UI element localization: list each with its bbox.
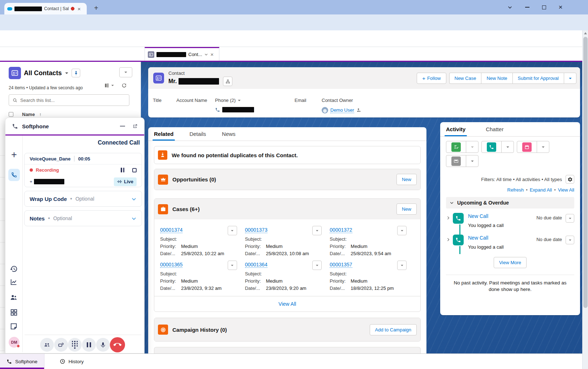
tab-chatter[interactable]: Chatter xyxy=(486,122,503,136)
call-history-icon[interactable] xyxy=(10,265,18,274)
list-view-title[interactable]: All Contacts xyxy=(24,69,62,77)
expand-chevron-icon[interactable] xyxy=(446,216,450,230)
pause-recording-icon[interactable] xyxy=(121,168,124,172)
scrollbar-up-icon[interactable] xyxy=(584,32,587,34)
view-more-button[interactable]: View More xyxy=(494,257,527,268)
case-row-actions-icon[interactable] xyxy=(397,226,407,235)
transfer-icon[interactable] xyxy=(54,338,68,352)
record-tab-dropdown-icon[interactable] xyxy=(204,52,208,56)
case-row-actions-icon[interactable] xyxy=(397,261,407,270)
activity-view-all-link[interactable]: View All xyxy=(558,187,574,193)
tab-search-icon[interactable] xyxy=(505,3,515,12)
end-call-icon[interactable] xyxy=(110,337,125,352)
owner-link[interactable]: Demo User xyxy=(330,107,354,113)
follow-button[interactable]: + Follow xyxy=(417,73,446,84)
new-call-plus-icon[interactable]: + xyxy=(5,149,23,160)
opportunities-title[interactable]: Opportunities (0) xyxy=(172,176,392,183)
log-call-button[interactable] xyxy=(481,141,514,153)
case-row-actions-icon[interactable] xyxy=(228,226,237,235)
add-to-campaign-button[interactable]: Add to Campaign xyxy=(370,324,417,335)
new-task-button[interactable] xyxy=(446,141,478,153)
apps-grid-icon[interactable] xyxy=(10,308,18,317)
cases-new-button[interactable]: New xyxy=(396,203,417,215)
list-actions-dropdown[interactable] xyxy=(119,67,132,77)
case-number-link[interactable]: 00001365 xyxy=(160,262,183,268)
notes-pad-icon[interactable] xyxy=(10,322,18,331)
display-as-icon[interactable] xyxy=(104,83,114,88)
change-owner-icon[interactable] xyxy=(356,108,361,113)
task-dropdown-icon[interactable] xyxy=(466,141,478,153)
refresh-link[interactable]: Refresh xyxy=(507,187,524,193)
cases-view-all-link[interactable]: View All xyxy=(279,301,296,307)
dialpad-icon[interactable] xyxy=(68,338,82,352)
case-number-link[interactable]: 00001374 xyxy=(160,227,183,233)
agent-avatar[interactable]: DM xyxy=(9,337,20,348)
scrollbar-thumb[interactable] xyxy=(583,37,588,308)
email-button[interactable] xyxy=(446,155,478,167)
active-call-tab-icon[interactable] xyxy=(8,169,20,181)
timeline-item-title[interactable]: New Call xyxy=(468,235,488,241)
conference-icon[interactable] xyxy=(40,338,54,352)
tab-related[interactable]: Related xyxy=(154,127,173,141)
upcoming-overdue-header[interactable]: Upcoming & Overdue xyxy=(446,197,574,209)
list-search[interactable] xyxy=(9,94,129,106)
timeline-item-actions-icon[interactable] xyxy=(566,236,574,244)
record-tab-close-icon[interactable]: × xyxy=(210,51,214,57)
email-dropdown-icon[interactable] xyxy=(466,155,478,167)
cases-title[interactable]: Cases (6+) xyxy=(172,206,392,212)
timeline-item-actions-icon[interactable] xyxy=(566,214,574,223)
activity-filter-gear-icon[interactable] xyxy=(566,175,574,184)
list-view-dropdown-icon[interactable] xyxy=(65,71,69,75)
window-maximize-icon[interactable] xyxy=(539,3,549,12)
pin-icon[interactable] xyxy=(72,69,80,77)
hierarchy-icon[interactable] xyxy=(223,77,232,86)
more-actions-dropdown-icon[interactable] xyxy=(564,73,576,84)
select-all-checkbox[interactable] xyxy=(9,112,13,117)
expand-chevron-icon[interactable] xyxy=(446,237,450,252)
case-number-link[interactable]: 00001357 xyxy=(330,262,352,268)
tab-details[interactable]: Details xyxy=(189,127,206,141)
case-row-actions-icon[interactable] xyxy=(312,226,322,235)
new-note-button[interactable]: New Note xyxy=(481,73,512,84)
case-number-link[interactable]: 00001372 xyxy=(330,227,352,233)
timeline-item-title[interactable]: New Call xyxy=(468,213,488,219)
event-dropdown-icon[interactable] xyxy=(537,141,549,153)
new-event-button[interactable] xyxy=(517,141,549,153)
new-tab-button[interactable]: + xyxy=(92,4,100,12)
stats-chart-icon[interactable] xyxy=(10,278,18,287)
case-row-actions-icon[interactable] xyxy=(312,261,322,270)
wrapup-expand-icon[interactable] xyxy=(131,196,137,202)
window-minimize-icon[interactable] xyxy=(523,3,532,12)
window-close-icon[interactable]: × xyxy=(556,3,565,12)
field-phone-value[interactable] xyxy=(215,107,254,112)
opportunities-new-button[interactable]: New xyxy=(396,174,417,185)
minimize-icon[interactable] xyxy=(120,126,125,126)
notes-section[interactable]: Notes • Optional xyxy=(24,210,142,226)
tab-activity[interactable]: Activity xyxy=(446,122,465,136)
name-column-header[interactable]: Name xyxy=(22,112,35,117)
expand-all-link[interactable]: Expand All xyxy=(530,187,552,193)
field-owner-value[interactable]: Demo User xyxy=(322,107,361,113)
list-search-input[interactable] xyxy=(20,98,125,103)
new-case-button[interactable]: New Case xyxy=(449,73,481,84)
browser-tab[interactable]: Contact | Sal × xyxy=(4,3,87,14)
case-number-link[interactable]: 00001373 xyxy=(245,227,267,233)
call-dropdown-icon[interactable] xyxy=(502,141,514,153)
page-scrollbar[interactable] xyxy=(582,30,588,369)
tab-close-icon[interactable]: × xyxy=(77,6,81,12)
case-row-actions-icon[interactable] xyxy=(228,261,237,270)
wrap-up-code-section[interactable]: Wrap Up Code • Optional xyxy=(24,191,142,207)
mute-mic-icon[interactable] xyxy=(96,338,110,352)
hold-icon[interactable] xyxy=(82,338,96,352)
tab-news[interactable]: News xyxy=(222,127,236,141)
record-workspace-tab[interactable]: Cont... × xyxy=(145,47,219,61)
case-number-link[interactable]: 00001364 xyxy=(245,262,267,268)
field-phone-label[interactable]: Phone (2) xyxy=(215,98,241,103)
notes-expand-icon[interactable] xyxy=(131,216,137,221)
contacts-directory-icon[interactable] xyxy=(10,293,18,302)
utility-history[interactable]: History xyxy=(53,354,90,369)
utility-softphone[interactable]: Softphone xyxy=(0,354,44,369)
list-refresh-icon[interactable] xyxy=(121,83,127,88)
stop-recording-icon[interactable] xyxy=(132,168,137,172)
popout-icon[interactable] xyxy=(132,124,138,129)
